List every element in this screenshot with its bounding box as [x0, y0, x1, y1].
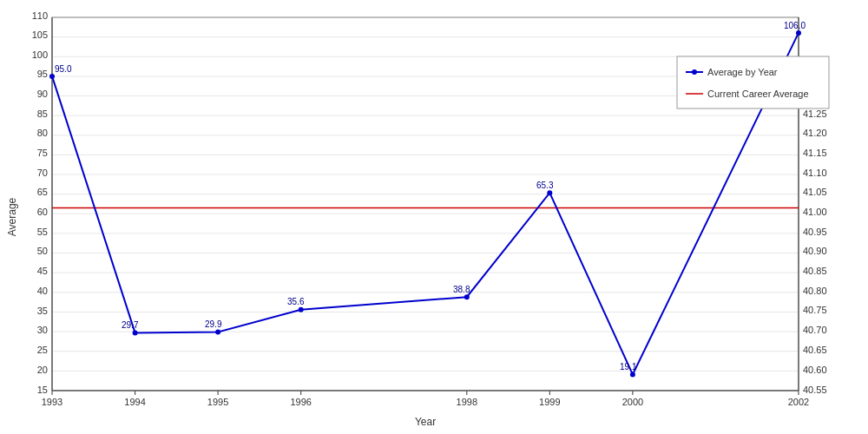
dot-1995 — [215, 330, 220, 335]
y-axis-label-100: 100 — [32, 49, 48, 60]
y-axis-label-65: 65 — [37, 187, 48, 197]
left-y-axis-title: Average — [6, 197, 18, 236]
y-axis-label-110: 110 — [32, 10, 48, 21]
dot-1996 — [299, 307, 304, 312]
dot-2002 — [796, 30, 801, 36]
dot-1994 — [133, 330, 138, 335]
y-axis-label-50: 50 — [37, 246, 48, 256]
dot-1999 — [547, 190, 552, 195]
y-axis-label-15: 15 — [37, 385, 48, 395]
x-axis-label-1995: 1995 — [207, 397, 228, 407]
dot-2000 — [630, 372, 635, 377]
y-axis-label-40: 40 — [37, 286, 48, 296]
label-1999: 65.3 — [536, 181, 554, 190]
label-1996: 35.6 — [287, 297, 305, 306]
x-axis-label-1993: 1993 — [42, 397, 62, 407]
label-1993: 95.0 — [55, 64, 72, 74]
x-axis-label-1994: 1994 — [124, 397, 145, 407]
y-axis-label-25: 25 — [37, 345, 48, 355]
r-axis-label-4090: 40.90 — [803, 246, 827, 256]
r-axis-label-4080: 40.80 — [803, 286, 827, 296]
y-axis-label-75: 75 — [37, 148, 48, 158]
legend-career-avg-label: Current Career Average — [707, 89, 809, 99]
x-axis-label-2000: 2000 — [622, 397, 643, 407]
x-axis-label-1998: 1998 — [457, 397, 477, 407]
y-axis-label-20: 20 — [37, 365, 48, 375]
y-axis-label-105: 105 — [32, 30, 48, 40]
r-axis-label-4110: 41.10 — [803, 168, 827, 178]
dot-1998 — [464, 294, 470, 299]
label-1994: 29.7 — [122, 320, 139, 330]
x-axis-label-1996: 1996 — [290, 397, 311, 407]
legend-blue-dot — [692, 69, 697, 75]
r-axis-label-4120: 41.20 — [803, 128, 827, 138]
y-axis-label-70: 70 — [37, 168, 48, 178]
chart-container: 15 20 25 30 35 40 45 50 55 60 65 70 75 8… — [0, 0, 868, 434]
y-axis-label-90: 90 — [37, 89, 48, 99]
r-axis-label-4075: 40.75 — [803, 305, 827, 315]
y-axis-label-45: 45 — [37, 266, 48, 276]
r-axis-label-4100: 41.00 — [803, 207, 827, 217]
label-2002: 106.0 — [784, 21, 806, 30]
label-2000: 19.1 — [620, 362, 637, 372]
y-axis-label-95: 95 — [37, 69, 48, 79]
y-axis-label-85: 85 — [37, 108, 48, 119]
y-axis-label-30: 30 — [37, 325, 48, 335]
main-chart: 15 20 25 30 35 40 45 50 55 60 65 70 75 8… — [0, 0, 868, 434]
r-axis-label-4105: 41.05 — [803, 187, 827, 197]
legend-box — [677, 56, 829, 108]
y-axis-label-80: 80 — [37, 128, 48, 138]
r-axis-label-4115: 41.15 — [803, 148, 827, 158]
r-axis-label-4055: 40.55 — [803, 385, 827, 395]
r-axis-label-4085: 40.85 — [803, 266, 827, 276]
y-axis-label-55: 55 — [37, 227, 48, 237]
r-axis-label-4065: 40.65 — [803, 345, 827, 355]
y-axis-label-35: 35 — [37, 306, 48, 316]
dot-1993 — [49, 74, 55, 79]
legend-avg-by-year-label: Average by Year — [707, 67, 778, 77]
r-axis-label-4060: 40.60 — [803, 365, 827, 375]
x-axis-label-1999: 1999 — [539, 397, 560, 407]
x-axis-label-2002: 2002 — [788, 397, 809, 407]
r-axis-label-4095: 40.95 — [803, 227, 827, 237]
r-axis-label-4070: 40.70 — [803, 325, 827, 335]
r-axis-label-4125: 41.25 — [803, 108, 827, 119]
y-axis-label-60: 60 — [37, 207, 48, 217]
x-axis-title: Year — [415, 416, 436, 428]
label-1995: 29.9 — [205, 319, 222, 329]
label-1998: 38.8 — [453, 285, 470, 294]
